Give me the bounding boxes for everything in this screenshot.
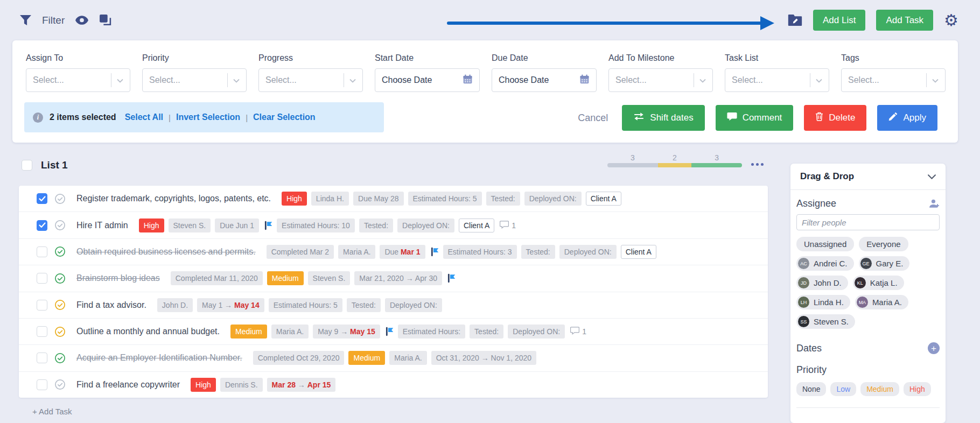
panel-header[interactable]: Drag & Drop bbox=[790, 164, 946, 190]
filter-assign-to-select[interactable]: Select... bbox=[26, 68, 130, 92]
task-badge[interactable]: May 1 → May 14 bbox=[197, 298, 264, 312]
status-icon-none[interactable] bbox=[54, 379, 66, 390]
selection-link-invert-selection[interactable]: Invert Selection bbox=[176, 112, 240, 122]
task-badge[interactable]: Maria A. bbox=[338, 245, 375, 259]
list-menu-dots-icon[interactable] bbox=[751, 163, 764, 166]
add-date-icon[interactable]: + bbox=[928, 342, 940, 354]
task-checkbox[interactable] bbox=[37, 379, 47, 390]
status-icon-progress[interactable] bbox=[54, 299, 66, 311]
task-badge[interactable]: Estimated Hours: 5 bbox=[269, 298, 342, 312]
priority-badge[interactable]: High bbox=[191, 378, 216, 392]
task-badge[interactable]: Mar 21, 2020 → Apr 30 bbox=[354, 271, 442, 285]
task-badge[interactable]: Steven S. bbox=[169, 218, 211, 232]
task-checkbox[interactable] bbox=[37, 273, 47, 284]
priority-option-low[interactable]: Low bbox=[830, 382, 856, 396]
task-checkbox[interactable] bbox=[37, 246, 47, 257]
copy-layers-icon[interactable] bbox=[99, 14, 111, 26]
assignee-pill-unassigned[interactable]: Unassigned bbox=[796, 237, 854, 251]
filter-start-date-input[interactable]: Choose Date bbox=[375, 68, 480, 92]
task-badge[interactable]: Tested: bbox=[470, 325, 503, 339]
filter-due-date-input[interactable]: Choose Date bbox=[492, 68, 597, 92]
task-badge[interactable]: Due Jun 1 bbox=[215, 218, 259, 232]
selection-link-select-all[interactable]: Select All bbox=[125, 112, 163, 122]
person-add-icon[interactable] bbox=[928, 199, 940, 209]
task-title[interactable]: Find a freelance copywriter bbox=[76, 380, 180, 390]
task-badge[interactable]: Dennis S. bbox=[220, 378, 263, 392]
task-badge[interactable]: Oct 31, 2020 → Nov 1, 2020 bbox=[431, 351, 536, 365]
status-icon-done[interactable] bbox=[54, 273, 66, 284]
task-badge[interactable]: Tested: bbox=[486, 192, 520, 206]
priority-option-high[interactable]: High bbox=[904, 382, 931, 396]
task-badge[interactable]: Estimated Hours: 10 bbox=[277, 218, 355, 232]
calendar-icon[interactable] bbox=[579, 74, 590, 87]
filter-tags-select[interactable]: Select... bbox=[841, 68, 946, 92]
task-badge[interactable]: Due May 28 bbox=[353, 192, 403, 206]
task-badge[interactable]: Deployed ON: bbox=[385, 298, 442, 312]
comment-button[interactable]: Comment bbox=[716, 105, 794, 131]
selection-link-clear-selection[interactable]: Clear Selection bbox=[253, 112, 316, 122]
task-badge[interactable]: Due Mar 1 bbox=[380, 245, 425, 259]
task-badge[interactable]: Linda H. bbox=[311, 192, 349, 206]
gear-icon[interactable]: ⚙ bbox=[944, 12, 958, 29]
filter-add-to-milestone-select[interactable]: Select... bbox=[608, 68, 713, 92]
status-icon-progress[interactable] bbox=[54, 326, 66, 337]
status-icon-none[interactable] bbox=[54, 220, 66, 231]
task-badge[interactable]: Completed Mar 11, 2020 bbox=[171, 271, 263, 285]
filter-priority-select[interactable]: Select... bbox=[142, 68, 247, 92]
task-checkbox[interactable] bbox=[37, 352, 47, 363]
task-title[interactable]: Outline a monthly and annual budget. bbox=[76, 327, 220, 336]
delete-button[interactable]: Delete bbox=[804, 105, 866, 131]
priority-badge[interactable]: Medium bbox=[348, 351, 385, 365]
task-badge[interactable]: Estimated Hours: bbox=[398, 325, 465, 339]
priority-badge[interactable]: Medium bbox=[230, 325, 267, 339]
filter-label[interactable]: Filter bbox=[42, 15, 65, 26]
task-badge[interactable]: Completed Mar 2 bbox=[267, 245, 334, 259]
task-badge[interactable]: Deployed ON: bbox=[559, 245, 617, 259]
task-badge[interactable]: Maria A. bbox=[389, 351, 426, 365]
task-badge[interactable]: Tested: bbox=[359, 218, 393, 232]
task-badge[interactable]: May 9 → May 15 bbox=[313, 325, 380, 339]
task-checkbox[interactable] bbox=[37, 220, 47, 231]
comment-count[interactable]: 1 bbox=[570, 327, 586, 336]
task-badge[interactable]: Estimated Hours: 5 bbox=[408, 192, 482, 206]
comment-count[interactable]: 1 bbox=[500, 221, 516, 230]
person-pill-john-d[interactable]: JDJohn D. bbox=[796, 276, 848, 290]
task-badge[interactable]: Estimated Hours: 3 bbox=[443, 245, 517, 259]
flag-icon[interactable] bbox=[431, 247, 439, 257]
person-pill-maria-a[interactable]: MAMaria A. bbox=[855, 295, 908, 309]
flag-icon[interactable] bbox=[264, 221, 272, 230]
person-pill-linda-h[interactable]: LHLinda H. bbox=[796, 295, 850, 309]
task-badge[interactable]: Deployed ON: bbox=[397, 218, 454, 232]
task-badge[interactable]: Maria A. bbox=[271, 325, 309, 339]
task-badge[interactable]: Completed Oct 29, 2020 bbox=[253, 351, 345, 365]
person-pill-gary-e[interactable]: GEGary E. bbox=[859, 256, 910, 271]
flag-icon[interactable] bbox=[386, 327, 394, 336]
client-badge[interactable]: Client A bbox=[621, 245, 656, 259]
filter-people-input[interactable] bbox=[796, 214, 940, 230]
chevron-down-icon[interactable] bbox=[928, 174, 936, 179]
priority-badge[interactable]: Medium bbox=[267, 271, 304, 285]
status-icon-none[interactable] bbox=[54, 193, 66, 205]
client-badge[interactable]: Client A bbox=[459, 218, 494, 232]
task-badge[interactable]: Tested: bbox=[521, 245, 555, 259]
task-title[interactable]: Hire IT admin bbox=[76, 221, 128, 230]
add-task-button[interactable]: Add Task bbox=[876, 10, 933, 31]
task-title[interactable]: Acquire an Employer Identification Numbe… bbox=[76, 353, 242, 363]
add-task-link[interactable]: + Add Task bbox=[32, 407, 72, 416]
shift-dates-button[interactable]: Shift dates bbox=[622, 105, 704, 131]
task-badge[interactable]: Mar 28 → Apr 15 bbox=[267, 378, 336, 392]
priority-badge[interactable]: High bbox=[282, 192, 307, 206]
filter-progress-select[interactable]: Select... bbox=[258, 68, 363, 92]
task-checkbox[interactable] bbox=[37, 326, 47, 337]
person-pill-andrei-c[interactable]: ACAndrei C. bbox=[796, 256, 854, 271]
status-icon-done[interactable] bbox=[54, 352, 66, 364]
task-title[interactable]: Brainstorm blog ideas bbox=[76, 273, 160, 283]
task-badge[interactable]: John D. bbox=[157, 298, 193, 312]
priority-option-medium[interactable]: Medium bbox=[860, 382, 899, 396]
folder-edit-icon[interactable] bbox=[788, 14, 802, 26]
eye-icon[interactable] bbox=[75, 15, 89, 25]
task-title[interactable]: Obtain required business licenses and pe… bbox=[76, 247, 256, 257]
priority-badge[interactable]: High bbox=[139, 218, 164, 232]
task-checkbox[interactable] bbox=[37, 300, 47, 311]
task-checkbox[interactable] bbox=[37, 193, 47, 204]
